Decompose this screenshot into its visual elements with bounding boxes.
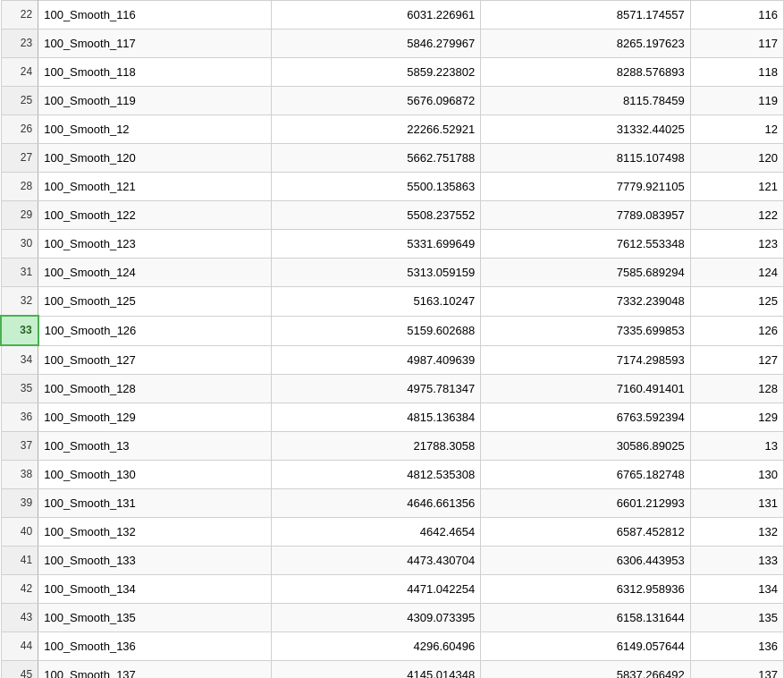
cell-value1[interactable]: 4145.014348 [271, 661, 481, 679]
cell-value3[interactable]: 119 [690, 87, 783, 115]
cell-value1[interactable]: 4642.4654 [271, 518, 481, 547]
cell-value3[interactable]: 118 [690, 58, 783, 87]
table-row[interactable]: 39100_Smooth_1314646.6613566601.21299313… [1, 489, 784, 518]
cell-value1[interactable]: 21788.3058 [271, 432, 481, 461]
cell-value2[interactable]: 5837.266492 [481, 661, 691, 679]
cell-name[interactable]: 100_Smooth_130 [38, 461, 272, 489]
cell-name[interactable]: 100_Smooth_128 [38, 375, 272, 403]
table-row[interactable]: 38100_Smooth_1304812.5353086765.18274813… [1, 461, 784, 489]
cell-value2[interactable]: 6587.452812 [481, 518, 691, 547]
cell-name[interactable]: 100_Smooth_119 [38, 87, 272, 115]
table-row[interactable]: 45100_Smooth_1374145.0143485837.26649213… [1, 661, 784, 679]
cell-name[interactable]: 100_Smooth_124 [38, 258, 272, 287]
cell-value2[interactable]: 6765.182748 [481, 461, 691, 489]
cell-value1[interactable]: 4309.073395 [271, 604, 481, 632]
cell-value3[interactable]: 122 [690, 201, 783, 230]
cell-value3[interactable]: 124 [690, 258, 783, 287]
cell-value2[interactable]: 8288.576893 [481, 58, 691, 87]
cell-value3[interactable]: 128 [690, 375, 783, 403]
cell-value3[interactable]: 12 [690, 115, 783, 144]
cell-value2[interactable]: 7174.298593 [481, 345, 691, 375]
cell-value1[interactable]: 5163.10247 [271, 287, 481, 317]
cell-value3[interactable]: 117 [690, 30, 783, 58]
table-row[interactable]: 36100_Smooth_1294815.1363846763.59239412… [1, 403, 784, 432]
cell-name[interactable]: 100_Smooth_135 [38, 604, 272, 632]
cell-value1[interactable]: 5662.751788 [271, 144, 481, 173]
cell-name[interactable]: 100_Smooth_129 [38, 403, 272, 432]
cell-value3[interactable]: 135 [690, 604, 783, 632]
cell-value2[interactable]: 6312.958936 [481, 575, 691, 604]
cell-value2[interactable]: 6158.131644 [481, 604, 691, 632]
cell-name[interactable]: 100_Smooth_116 [38, 1, 272, 30]
table-row[interactable]: 28100_Smooth_1215500.1358637779.92110512… [1, 173, 784, 201]
table-row[interactable]: 25100_Smooth_1195676.0968728115.78459119 [1, 87, 784, 115]
cell-name[interactable]: 100_Smooth_132 [38, 518, 272, 547]
cell-value3[interactable]: 13 [690, 432, 783, 461]
cell-name[interactable]: 100_Smooth_127 [38, 345, 272, 375]
cell-value1[interactable]: 4471.042254 [271, 575, 481, 604]
cell-value1[interactable]: 22266.52921 [271, 115, 481, 144]
cell-value1[interactable]: 5859.223802 [271, 58, 481, 87]
cell-value2[interactable]: 7332.239048 [481, 287, 691, 317]
table-row[interactable]: 34100_Smooth_1274987.4096397174.29859312… [1, 345, 784, 375]
table-row[interactable]: 30100_Smooth_1235331.6996497612.55334812… [1, 230, 784, 258]
table-row[interactable]: 43100_Smooth_1354309.0733956158.13164413… [1, 604, 784, 632]
cell-value3[interactable]: 126 [690, 316, 783, 345]
cell-value1[interactable]: 5500.135863 [271, 173, 481, 201]
cell-value3[interactable]: 137 [690, 661, 783, 679]
cell-name[interactable]: 100_Smooth_120 [38, 144, 272, 173]
cell-value3[interactable]: 130 [690, 461, 783, 489]
cell-value3[interactable]: 132 [690, 518, 783, 547]
cell-value3[interactable]: 127 [690, 345, 783, 375]
cell-value2[interactable]: 6601.212993 [481, 489, 691, 518]
cell-value1[interactable]: 5313.059159 [271, 258, 481, 287]
table-row[interactable]: 26100_Smooth_1222266.5292131332.4402512 [1, 115, 784, 144]
cell-value1[interactable]: 4646.661356 [271, 489, 481, 518]
cell-value2[interactable]: 31332.44025 [481, 115, 691, 144]
cell-value1[interactable]: 4473.430704 [271, 547, 481, 575]
table-row[interactable]: 22100_Smooth_1166031.2269618571.17455711… [1, 1, 784, 30]
cell-value1[interactable]: 5846.279967 [271, 30, 481, 58]
cell-value2[interactable]: 7789.083957 [481, 201, 691, 230]
cell-value2[interactable]: 8115.78459 [481, 87, 691, 115]
cell-value2[interactable]: 7335.699853 [481, 316, 691, 345]
cell-value3[interactable]: 123 [690, 230, 783, 258]
cell-value1[interactable]: 4975.781347 [271, 375, 481, 403]
cell-value3[interactable]: 121 [690, 173, 783, 201]
cell-value3[interactable]: 133 [690, 547, 783, 575]
cell-value2[interactable]: 7160.491401 [481, 375, 691, 403]
cell-value1[interactable]: 4815.136384 [271, 403, 481, 432]
table-row[interactable]: 29100_Smooth_1225508.2375527789.08395712… [1, 201, 784, 230]
table-row[interactable]: 35100_Smooth_1284975.7813477160.49140112… [1, 375, 784, 403]
cell-value3[interactable]: 129 [690, 403, 783, 432]
cell-value3[interactable]: 134 [690, 575, 783, 604]
cell-value3[interactable]: 136 [690, 632, 783, 661]
cell-name[interactable]: 100_Smooth_123 [38, 230, 272, 258]
cell-name[interactable]: 100_Smooth_122 [38, 201, 272, 230]
table-row[interactable]: 41100_Smooth_1334473.4307046306.44395313… [1, 547, 784, 575]
table-row[interactable]: 44100_Smooth_1364296.604966149.057644136 [1, 632, 784, 661]
cell-name[interactable]: 100_Smooth_13 [38, 432, 272, 461]
cell-value1[interactable]: 5508.237552 [271, 201, 481, 230]
cell-value1[interactable]: 4987.409639 [271, 345, 481, 375]
cell-name[interactable]: 100_Smooth_126 [38, 316, 272, 345]
cell-value1[interactable]: 6031.226961 [271, 1, 481, 30]
cell-name[interactable]: 100_Smooth_117 [38, 30, 272, 58]
table-row[interactable]: 33100_Smooth_1265159.6026887335.69985312… [1, 316, 784, 345]
cell-value2[interactable]: 8571.174557 [481, 1, 691, 30]
cell-value2[interactable]: 6306.443953 [481, 547, 691, 575]
cell-value3[interactable]: 131 [690, 489, 783, 518]
cell-value1[interactable]: 5676.096872 [271, 87, 481, 115]
table-row[interactable]: 42100_Smooth_1344471.0422546312.95893613… [1, 575, 784, 604]
table-row[interactable]: 40100_Smooth_1324642.46546587.452812132 [1, 518, 784, 547]
table-row[interactable]: 31100_Smooth_1245313.0591597585.68929412… [1, 258, 784, 287]
table-row[interactable]: 27100_Smooth_1205662.7517888115.10749812… [1, 144, 784, 173]
cell-name[interactable]: 100_Smooth_134 [38, 575, 272, 604]
cell-value1[interactable]: 5331.699649 [271, 230, 481, 258]
cell-value2[interactable]: 8115.107498 [481, 144, 691, 173]
cell-value3[interactable]: 116 [690, 1, 783, 30]
table-row[interactable]: 37100_Smooth_1321788.305830586.8902513 [1, 432, 784, 461]
table-row[interactable]: 23100_Smooth_1175846.2799678265.19762311… [1, 30, 784, 58]
cell-name[interactable]: 100_Smooth_12 [38, 115, 272, 144]
cell-value2[interactable]: 6763.592394 [481, 403, 691, 432]
